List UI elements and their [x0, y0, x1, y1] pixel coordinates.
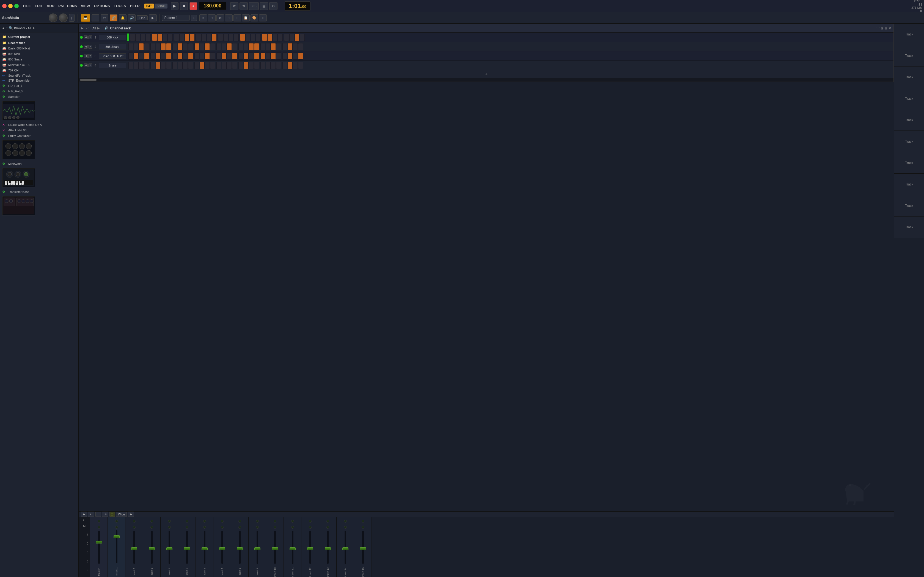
add-channel-button[interactable]: +: [79, 70, 893, 78]
mix-mute-5[interactable]: [186, 520, 188, 522]
mix-solo-12[interactable]: [309, 526, 312, 529]
mixer-channel-6[interactable]: Insert 6: [196, 517, 213, 577]
beat-btn-1-30[interactable]: [293, 43, 298, 50]
beat-btn-2-21[interactable]: [244, 53, 249, 60]
piano-btn[interactable]: ↔: [233, 14, 241, 21]
beat-btn-1-0[interactable]: [128, 43, 133, 50]
mixer-fader-handle-13[interactable]: [325, 547, 331, 550]
mixer-fader-handle-4[interactable]: [166, 547, 173, 550]
mixer-channel-4[interactable]: Insert 4: [161, 517, 178, 577]
beat-btn-0-10[interactable]: [184, 34, 189, 41]
beat-btn-3-14[interactable]: [205, 62, 210, 69]
line-arrow[interactable]: ▶: [149, 14, 157, 21]
cut-tool[interactable]: ✂: [101, 14, 108, 21]
list-item[interactable]: 🥁 808 Kick: [0, 51, 78, 56]
beat-btn-1-2[interactable]: [139, 43, 144, 50]
list-item[interactable]: ⚙ HIP_Hat_5: [0, 89, 78, 94]
beat-btn-1-26[interactable]: [271, 43, 276, 50]
channel-name-3[interactable]: Basic 808 HiHat: [99, 53, 126, 59]
beat-btn-1-13[interactable]: [200, 43, 205, 50]
mix-mute-11[interactable]: [291, 520, 294, 522]
beat-btn-3-19[interactable]: [232, 62, 237, 69]
mix-solo-8[interactable]: [238, 526, 241, 529]
beat-btn-1-10[interactable]: [183, 43, 188, 50]
beat-btn-1-27[interactable]: [276, 43, 281, 50]
mixer-fader-handle-8[interactable]: [237, 547, 243, 550]
beat-btn-2-11[interactable]: [188, 53, 193, 60]
mixer-channel-10[interactable]: Insert 10: [266, 517, 284, 577]
track-label-8[interactable]: Track: [894, 174, 924, 195]
rack-grid-icon[interactable]: ⊞: [881, 26, 884, 30]
add-menu[interactable]: ADD: [47, 4, 55, 8]
beat-btn-1-6[interactable]: [161, 43, 166, 50]
beat-btn-1-7[interactable]: [166, 43, 171, 50]
list-item[interactable]: SF SoundFontTrack: [0, 73, 78, 78]
mix-solo-14[interactable]: [344, 526, 347, 529]
beat-btn-3-23[interactable]: [254, 62, 259, 69]
song-button[interactable]: SONG: [155, 3, 167, 8]
mixer-icon[interactable]: ▤: [260, 2, 268, 10]
beat-btn-0-12[interactable]: [196, 34, 201, 41]
beat-btn-3-12[interactable]: [194, 62, 199, 69]
beat-btn-3-13[interactable]: [200, 62, 205, 69]
track-label-3[interactable]: Track: [894, 66, 924, 88]
list-item[interactable]: SF STR_Ensemble: [0, 78, 78, 83]
rack-filter-label[interactable]: All: [92, 27, 96, 30]
beat-btn-3-0[interactable]: [128, 62, 133, 69]
mixer-fader-handle-11[interactable]: [289, 547, 296, 550]
beat-btn-0-21[interactable]: [245, 34, 250, 41]
nav-up2-button[interactable]: ↑: [6, 26, 8, 30]
channel-solo-2[interactable]: ▼: [88, 45, 92, 48]
patterns-menu[interactable]: PATTERNS: [58, 4, 77, 8]
metronome-icon[interactable]: ⟳: [230, 2, 238, 10]
beat-btn-1-23[interactable]: [254, 43, 259, 50]
beat-btn-2-17[interactable]: [222, 53, 226, 60]
rack-scrollbar[interactable]: [79, 78, 893, 82]
list-item[interactable]: 🥁 Minimal Kick 16: [0, 62, 78, 68]
beat-btn-1-18[interactable]: [227, 43, 232, 50]
beat-btn-2-0[interactable]: [128, 53, 133, 60]
beat-btn-2-26[interactable]: [271, 53, 276, 60]
pattern-selector[interactable]: Pattern 1: [162, 15, 189, 21]
mixer-fader-handle-5[interactable]: [184, 547, 190, 550]
beat-btn-0-18[interactable]: [229, 34, 233, 41]
beat-btn-0-17[interactable]: [223, 34, 228, 41]
piano-roll-button[interactable]: 🎹: [81, 14, 90, 22]
beat-btn-0-13[interactable]: [201, 34, 206, 41]
beat-btn-0-29[interactable]: [289, 34, 294, 41]
mixer-channel-0[interactable]: Master: [90, 517, 108, 577]
beat-btn-2-25[interactable]: [266, 53, 271, 60]
mix-solo-5[interactable]: [186, 526, 188, 529]
beat-btn-1-3[interactable]: [144, 43, 149, 50]
beat-btn-3-29[interactable]: [288, 62, 292, 69]
granulizer-thumbnail[interactable]: [0, 139, 78, 161]
beat-btn-2-16[interactable]: [216, 53, 221, 60]
track-label-7[interactable]: Track: [894, 152, 924, 174]
mix-solo-11[interactable]: [291, 526, 294, 529]
beat-btn-3-4[interactable]: [150, 62, 155, 69]
mixer-arrow2-btn[interactable]: ▶: [128, 512, 134, 517]
mix-solo-15[interactable]: [362, 526, 364, 529]
channel-name-1[interactable]: 808 Kick: [99, 35, 126, 40]
beat-btn-3-11[interactable]: [188, 62, 193, 69]
mix-mute-4[interactable]: [168, 520, 171, 522]
mix-mute-7[interactable]: [221, 520, 224, 522]
beat-btn-0-3[interactable]: [146, 34, 151, 41]
beat-btn-0-31[interactable]: [300, 34, 305, 41]
track-label-6[interactable]: Track: [894, 131, 924, 152]
beat-btn-0-16[interactable]: [218, 34, 223, 41]
beat-btn-1-29[interactable]: [288, 43, 292, 50]
bpm-display[interactable]: 130.000: [199, 2, 226, 10]
beat-btn-2-30[interactable]: [293, 53, 298, 60]
master-pitch-knob[interactable]: [59, 13, 68, 22]
beat-btn-1-24[interactable]: [260, 43, 265, 50]
tools-menu[interactable]: TOOLS: [114, 4, 126, 8]
mix-solo-3[interactable]: [150, 526, 153, 529]
mixer-up-btn[interactable]: ↑: [95, 512, 101, 517]
minisynth-thumbnail[interactable]: [0, 166, 78, 189]
beat-btn-2-6[interactable]: [161, 53, 166, 60]
beat-btn-2-5[interactable]: [156, 53, 161, 60]
list-item[interactable]: 🥁 707 CH: [0, 68, 78, 73]
channel-led-1[interactable]: [80, 36, 83, 39]
beat-btn-3-18[interactable]: [227, 62, 232, 69]
